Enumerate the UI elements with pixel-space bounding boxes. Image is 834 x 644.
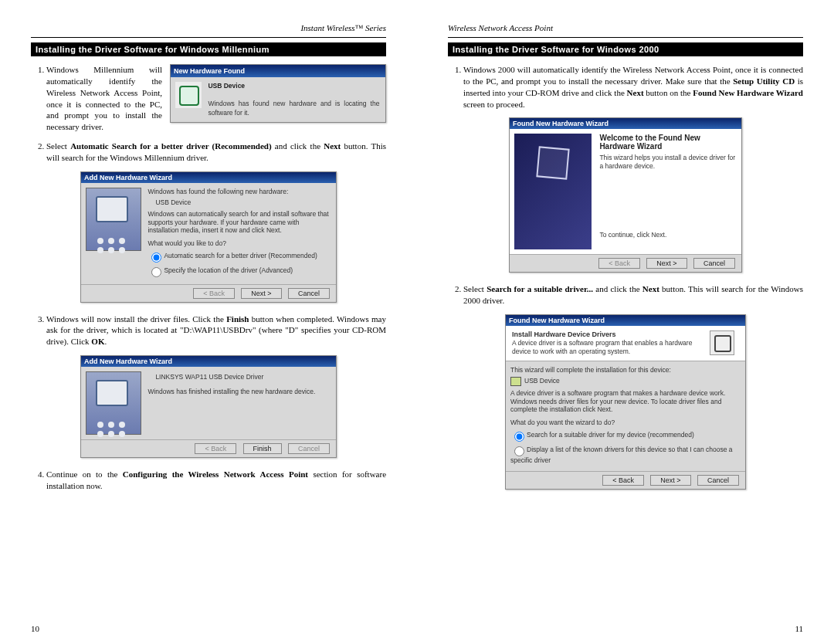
device-label: USB Device [208,82,245,90]
wizard-heading: Install Hardware Device Drivers [512,330,616,338]
fig-found-hw-wizard-2: Found New Hardware Wizard Install Hardwa… [505,314,746,490]
section-title-right: Installing the Driver Software for Windo… [448,42,803,56]
step-3: Windows will now install the driver file… [46,314,386,348]
radio-display-list[interactable] [514,446,524,456]
dialog-message: Windows has found new hardware and is lo… [208,100,379,116]
left-steps: Windows Millennium will automatically id… [31,64,386,164]
radio-search-suitable[interactable] [514,432,524,442]
step-2: Select Search for a suitable driver... a… [463,283,803,307]
rule [31,37,386,38]
fig-add-hw-wizard-1: Add New Hardware Wizard Windows has foun… [80,171,337,303]
fig-new-hardware-found: New Hardware Found USB Device Windows ha… [170,64,386,123]
fig-found-hw-wizard-1: Found New Hardware Wizard Welcome to the… [509,117,742,273]
usb-icon [510,377,521,386]
rule [448,37,803,38]
dialog-title: Found New Hardware Wizard [506,315,745,326]
wizard-graphic-icon [86,371,141,435]
next-button[interactable]: Next > [650,475,690,486]
wizard-graphic-icon [86,188,141,251]
right-steps: Windows 2000 will automatically identify… [448,64,803,110]
step-1: Windows 2000 will automatically identify… [463,64,803,110]
next-button[interactable]: Next > [646,258,687,269]
dialog-title: Add New Hardware Wizard [81,356,336,367]
device-icon [175,82,202,108]
right-steps-cont: Select Search for a suitable driver... a… [448,283,803,307]
cancel-button[interactable]: Cancel [693,258,735,269]
finish-button[interactable]: Finish [243,443,282,454]
page-number: 10 [31,624,39,633]
wizard-heading: Welcome to the Found New Hardware Wizard [599,134,735,151]
back-button[interactable]: < Back [602,475,644,486]
dialog-title: New Hardware Found [171,65,385,77]
cancel-button[interactable]: Cancel [697,475,739,486]
right-header: Wireless Network Access Point [448,23,803,32]
device-icon [710,330,734,355]
next-button[interactable]: Next > [241,288,281,299]
back-button[interactable]: < Back [195,443,236,454]
right-page: Wireless Network Access Point Installing… [417,0,834,644]
left-steps-cont: Windows will now install the driver file… [31,314,386,348]
cancel-button[interactable]: Cancel [288,443,330,454]
left-header: Instant Wireless™ Series [31,23,386,32]
wizard-sidebar-graphic [514,134,592,249]
radio-specify-location[interactable] [151,267,161,277]
section-title-left: Installing the Driver Software for Windo… [31,42,386,56]
back-button[interactable]: < Back [193,288,235,299]
fig-add-hw-wizard-2: Add New Hardware Wizard LINKSYS WAP11 US… [80,355,337,458]
radio-auto-search[interactable] [151,253,161,263]
left-page: Instant Wireless™ Series Installing the … [0,0,417,644]
step-1: Windows Millennium will automatically id… [46,64,386,133]
page-number: 11 [795,624,803,633]
dialog-title: Add New Hardware Wizard [81,172,336,183]
cancel-button[interactable]: Cancel [288,288,330,299]
back-button[interactable]: < Back [598,258,640,269]
dialog-title: Found New Hardware Wizard [510,118,741,129]
step-4: Continue on to the Configuring the Wirel… [46,469,386,492]
step-2: Select Automatic Search for a better dri… [46,141,386,164]
left-steps-cont2: Continue on to the Configuring the Wirel… [31,469,386,492]
